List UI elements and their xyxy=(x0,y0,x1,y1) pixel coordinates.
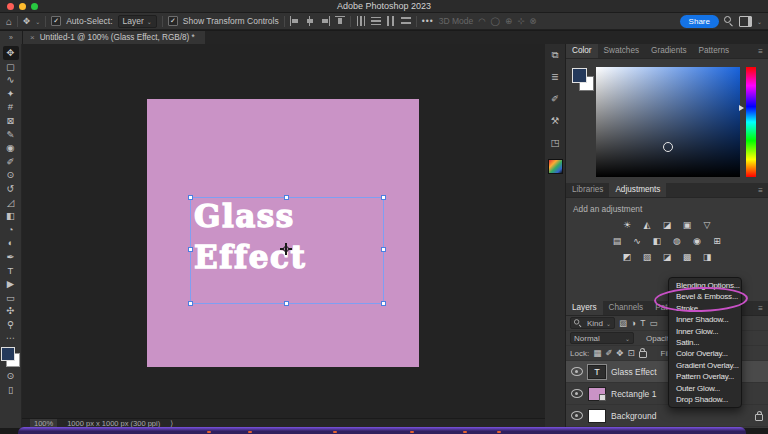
tab-layers[interactable]: Layers xyxy=(566,301,603,315)
transform-handle[interactable] xyxy=(284,301,289,306)
menu-item-outer-glow[interactable]: Outer Glow... xyxy=(669,383,741,394)
close-window-icon[interactable] xyxy=(7,3,14,10)
brushes-panel-icon[interactable]: ✐ xyxy=(548,93,563,105)
show-transform-checkbox[interactable]: ✓ xyxy=(168,16,178,26)
menu-item-inner-shadow[interactable]: Inner Shadow... xyxy=(669,314,741,325)
panel-menu-icon[interactable]: ≡ xyxy=(758,47,763,56)
gradient-tool[interactable]: ◧ xyxy=(3,209,19,223)
shape-layer-thumbnail[interactable] xyxy=(588,387,606,401)
posterize-icon[interactable]: ▨ xyxy=(641,252,653,263)
black-white-icon[interactable]: ◧ xyxy=(651,236,663,247)
workspace-switcher-icon[interactable] xyxy=(739,16,752,27)
history-brush-tool[interactable]: ↺ xyxy=(3,182,19,196)
home-icon[interactable]: ⌂ xyxy=(6,16,12,27)
canvas-area[interactable]: GlassEffect xyxy=(22,44,545,418)
color-field[interactable] xyxy=(596,67,740,177)
filter-shape-layers-icon[interactable]: ▭ xyxy=(649,318,657,328)
tab-channels[interactable]: Channels xyxy=(603,301,650,315)
eraser-tool[interactable]: ◿ xyxy=(3,196,19,210)
lock-all-icon[interactable] xyxy=(639,351,647,358)
type-tool[interactable]: T xyxy=(3,264,19,278)
distribute-center-icon[interactable] xyxy=(371,16,381,26)
visibility-eye-icon[interactable] xyxy=(571,411,583,420)
auto-select-checkbox[interactable]: ✓ xyxy=(51,16,61,26)
more-options-icon[interactable]: ••• xyxy=(422,16,434,26)
close-tab-icon[interactable]: × xyxy=(30,33,35,42)
brush-tool[interactable]: ✐ xyxy=(3,155,19,169)
align-right-icon[interactable] xyxy=(320,16,330,26)
tab-color[interactable]: Color xyxy=(566,44,598,58)
reference-point-icon[interactable] xyxy=(280,243,292,255)
toolbar-collapse-icon[interactable]: » xyxy=(0,31,23,44)
color-swatch-widget[interactable] xyxy=(1,347,20,367)
foreground-color-swatch[interactable] xyxy=(572,68,587,83)
menu-item-satin[interactable]: Satin... xyxy=(669,337,741,348)
text-layer-thumbnail[interactable]: T xyxy=(588,365,606,379)
libraries-color-panel-icon[interactable] xyxy=(548,159,563,174)
eyedropper-tool[interactable]: ✎ xyxy=(3,128,19,142)
hand-tool[interactable]: ✣ xyxy=(3,304,19,318)
transform-handle[interactable] xyxy=(381,247,386,252)
exposure-icon[interactable]: ▣ xyxy=(681,220,693,231)
tab-gradients[interactable]: Gradients xyxy=(645,44,693,58)
hue-slider-arrow-icon[interactable] xyxy=(739,105,744,111)
lasso-tool[interactable]: ∿ xyxy=(3,73,19,87)
canvas-text[interactable]: GlassEffect xyxy=(194,196,306,278)
object-selection-tool[interactable]: ✦ xyxy=(3,87,19,101)
filter-pixel-layers-icon[interactable]: ▨ xyxy=(619,318,627,328)
screen-mode-icon[interactable]: ▯ xyxy=(3,383,19,397)
quick-mask-icon[interactable]: ⊙ xyxy=(3,369,19,383)
share-button[interactable]: Share xyxy=(680,15,719,28)
menu-item-gradient-overlay[interactable]: Gradient Overlay... xyxy=(669,360,741,371)
path-selection-tool[interactable]: ▶ xyxy=(3,277,19,291)
clone-stamp-tool[interactable]: ⊙ xyxy=(3,168,19,182)
transform-handle[interactable] xyxy=(188,247,193,252)
zoom-tool[interactable]: ⚲ xyxy=(3,318,19,332)
search-icon[interactable] xyxy=(724,16,734,26)
tab-swatches[interactable]: Swatches xyxy=(598,44,646,58)
background-layer-thumbnail[interactable] xyxy=(588,409,606,423)
minimize-window-icon[interactable] xyxy=(19,3,26,10)
brightness-contrast-icon[interactable]: ☀ xyxy=(621,220,633,231)
align-top-icon[interactable] xyxy=(335,16,345,26)
hue-saturation-icon[interactable]: ▤ xyxy=(611,236,623,247)
levels-icon[interactable]: ◭ xyxy=(641,220,653,231)
healing-brush-tool[interactable]: ◉ xyxy=(3,141,19,155)
color-cursor-icon[interactable] xyxy=(663,142,673,152)
history-panel-icon[interactable]: ⧉ xyxy=(548,49,563,61)
menu-item-drop-shadow[interactable]: Drop Shadow... xyxy=(669,394,741,405)
zoom-window-icon[interactable] xyxy=(31,3,38,10)
layer-name[interactable]: Rectangle 1 xyxy=(611,389,656,399)
auto-select-dropdown[interactable]: Layer ⌄ xyxy=(118,15,157,28)
marquee-tool[interactable]: ▢ xyxy=(3,60,19,74)
shape-tool[interactable]: ▭ xyxy=(3,291,19,305)
blend-mode-dropdown[interactable]: Normal ⌄ xyxy=(570,332,634,344)
panel-menu-icon[interactable]: ≡ xyxy=(758,186,763,195)
tab-patterns[interactable]: Patterns xyxy=(693,44,736,58)
menu-item-pattern-overlay[interactable]: Pattern Overlay... xyxy=(669,371,741,382)
transform-handle[interactable] xyxy=(188,301,193,306)
lock-transparency-icon[interactable]: ▦ xyxy=(593,348,601,358)
filter-adjustment-layers-icon[interactable]: ◑ xyxy=(631,318,636,328)
menu-item-inner-glow[interactable]: Inner Glow... xyxy=(669,326,741,337)
gradient-map-icon[interactable]: ▩ xyxy=(681,252,693,263)
properties-panel-icon[interactable]: ≣ xyxy=(548,71,563,83)
3d-panel-icon[interactable]: ◳ xyxy=(548,137,563,149)
photo-filter-icon[interactable]: ◍ xyxy=(671,236,683,247)
curves-icon[interactable]: ◪ xyxy=(661,220,673,231)
dodge-tool[interactable]: ◐ xyxy=(3,236,19,250)
layer-row-background[interactable]: Background xyxy=(566,405,768,427)
lock-artboard-icon[interactable]: ⊡ xyxy=(627,348,634,358)
filter-type-layers-icon[interactable]: T xyxy=(640,318,645,328)
color-lookup-icon[interactable]: ⊞ xyxy=(711,236,723,247)
visibility-eye-icon[interactable] xyxy=(571,389,583,398)
transform-handle[interactable] xyxy=(381,301,386,306)
distribute-top-icon[interactable] xyxy=(401,16,411,26)
distribute-right-icon[interactable] xyxy=(386,16,396,26)
foreground-color-swatch[interactable] xyxy=(1,347,15,361)
frame-tool[interactable]: ⊠ xyxy=(3,114,19,128)
chevron-down-icon[interactable]: ⌄ xyxy=(757,18,762,25)
visibility-eye-icon[interactable] xyxy=(571,367,583,376)
selective-color-icon[interactable]: ◨ xyxy=(701,252,713,263)
move-tool[interactable]: ✥ xyxy=(3,46,19,60)
